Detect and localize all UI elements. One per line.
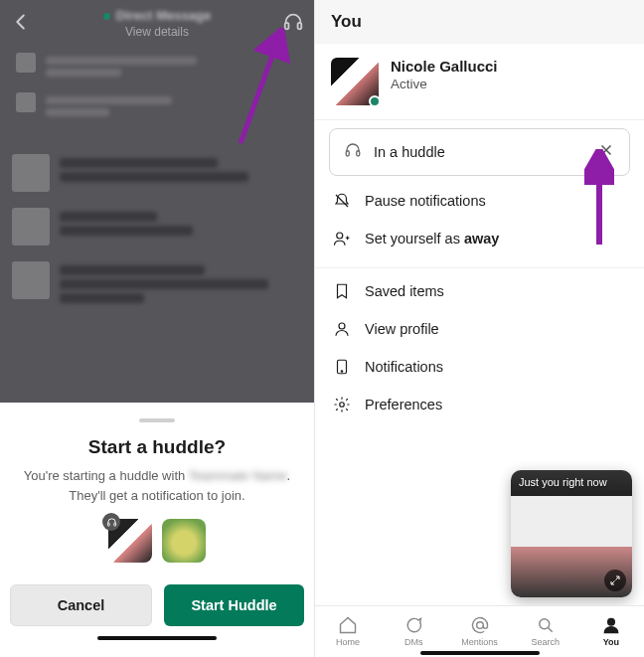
svg-rect-6 [357,151,360,156]
presence-active-dot [369,95,381,107]
profile-avatar [331,58,379,105]
saved-items-item[interactable]: Saved items [329,272,630,310]
left-phone-screen: Direct Message View details Start a hudd… [0,0,314,657]
profile-card[interactable]: Nicole Gallucci Active [315,44,644,120]
home-indicator [420,651,540,655]
notifications-item[interactable]: Notifications [329,348,630,386]
svg-point-11 [340,403,345,408]
dimmed-conversation-background: Direct Message View details [0,0,314,403]
svg-rect-4 [113,522,115,525]
sheet-drag-handle[interactable] [139,418,175,422]
svg-point-10 [341,371,343,373]
bottom-tab-bar: Home DMs Mentions Search You [315,605,644,657]
svg-point-15 [608,618,615,625]
sheet-title: Start a huddle? [10,436,304,458]
conversation-header: Direct Message View details [0,0,314,47]
tab-you[interactable]: You [578,615,644,647]
status-chip-huddle[interactable]: In a huddle [329,128,630,176]
expand-icon[interactable] [604,570,626,591]
start-huddle-button[interactable]: Start Huddle [164,584,304,626]
huddle-pip-video[interactable]: Just you right now [511,470,632,597]
profile-status: Active [391,77,498,91]
preferences-item[interactable]: Preferences [329,386,630,423]
header-subtitle[interactable]: View details [103,25,211,39]
clear-status-close-icon[interactable] [597,141,615,163]
sheet-subtitle: You're starting a huddle with Teammate N… [10,466,304,505]
svg-rect-3 [107,522,109,525]
tab-home[interactable]: Home [315,615,381,647]
pip-label: Just you right now [511,470,632,494]
headphones-icon[interactable] [282,11,304,37]
huddle-participants [10,519,304,563]
svg-point-14 [539,618,549,628]
you-header: You [315,0,644,44]
tab-mentions[interactable]: Mentions [446,615,512,647]
headphones-icon [344,141,362,163]
right-phone-screen: You Nicole Gallucci Active In a huddle P… [314,0,644,657]
status-chip-label: In a huddle [374,144,585,160]
tab-search[interactable]: Search [513,615,578,647]
header-title-blurred: Direct Message [116,8,211,23]
start-huddle-sheet: Start a huddle? You're starting a huddle… [0,403,314,657]
tab-dms[interactable]: DMs [381,615,446,647]
home-indicator [97,636,217,640]
pause-notifications-item[interactable]: Pause notifications [329,182,630,220]
profile-name: Nicole Gallucci [391,58,498,75]
avatar-other [162,519,206,563]
cancel-button[interactable]: Cancel [10,584,152,626]
svg-point-13 [476,621,483,628]
back-chevron-icon[interactable] [10,11,32,37]
svg-point-7 [337,233,343,239]
svg-rect-1 [298,22,302,28]
headphones-badge-icon [102,513,120,531]
view-profile-item[interactable]: View profile [329,310,630,348]
svg-rect-0 [285,22,289,28]
svg-point-8 [339,323,345,329]
set-away-item[interactable]: Set yourself as away [329,220,630,257]
svg-rect-5 [346,151,349,156]
